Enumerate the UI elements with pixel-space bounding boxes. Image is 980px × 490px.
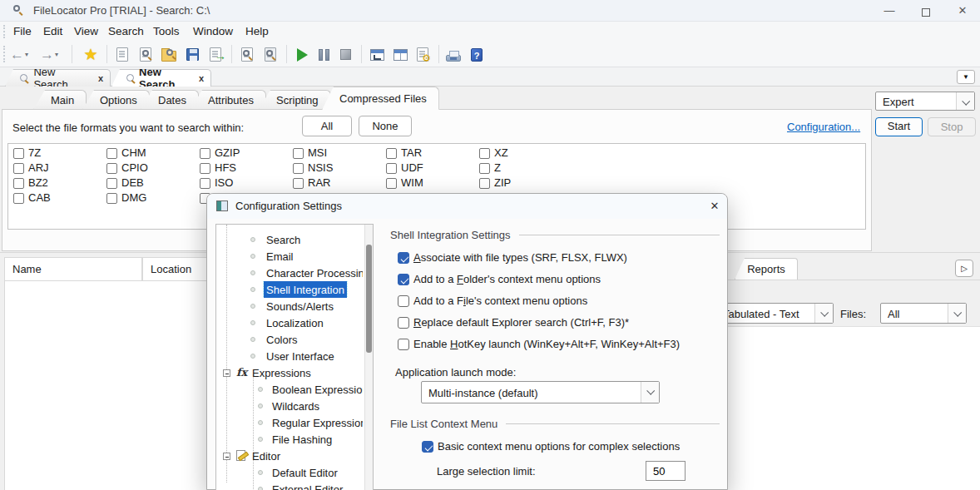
checkbox-iso[interactable]	[200, 178, 210, 189]
checkbox-tar[interactable]	[386, 148, 397, 159]
tree-item-expressions[interactable]: fxExpressions	[216, 364, 363, 381]
report-format-combo[interactable]: Tabulated - Text	[715, 303, 834, 324]
menu-view[interactable]: View	[71, 24, 101, 39]
tree-item-regular-expressions[interactable]: Regular Expressions	[216, 414, 363, 431]
chevron-down-icon[interactable]	[641, 382, 659, 403]
checkbox-cpio[interactable]	[106, 163, 117, 174]
tab-attributes[interactable]: Attributes	[191, 90, 266, 110]
search-tab-2-active[interactable]: New Search x	[111, 69, 211, 87]
folder-context-menu-checkbox[interactable]	[398, 274, 409, 285]
tree-item-file-hashing[interactable]: File Hashing	[216, 431, 363, 448]
maximize-button[interactable]	[912, 2, 940, 20]
help-button[interactable]: ?	[466, 44, 488, 65]
configuration-link[interactable]: Configuration...	[787, 121, 860, 133]
checkbox-dmg[interactable]	[106, 193, 117, 204]
checkbox-arj[interactable]	[13, 163, 24, 174]
stop-search-toolbar-button[interactable]	[334, 44, 356, 65]
tree-item-editor[interactable]: Editor	[216, 448, 363, 464]
open-search-criteria-button[interactable]	[135, 44, 156, 65]
checkbox-bz2[interactable]	[13, 178, 24, 189]
checkbox-hfs[interactable]	[200, 163, 210, 174]
tab-compressed-files[interactable]: Compressed Files	[322, 87, 439, 110]
checkbox-cab[interactable]	[13, 193, 24, 204]
checkbox-7z[interactable]	[13, 148, 24, 159]
open-button[interactable]	[158, 44, 180, 65]
save-button[interactable]	[181, 44, 203, 65]
dialog-close-icon[interactable]: ✕	[706, 199, 723, 214]
tab-options[interactable]: Options	[82, 90, 150, 110]
tree-item-external-editor[interactable]: External Editor	[216, 481, 363, 490]
large-selection-limit-input[interactable]	[646, 461, 686, 481]
view-search-text-button[interactable]	[236, 44, 258, 65]
basic-context-menu-checkbox[interactable]	[422, 441, 433, 453]
all-button[interactable]: All	[302, 116, 352, 136]
split-view-button[interactable]	[389, 44, 411, 65]
export-button[interactable]: →	[205, 44, 226, 65]
menu-tools[interactable]: Tools	[150, 24, 183, 39]
favorites-button[interactable]: ★	[80, 44, 101, 65]
checkbox-msi[interactable]	[293, 148, 304, 159]
print-button[interactable]	[443, 44, 464, 65]
results-list[interactable]	[4, 281, 206, 490]
tree-item-character-processing[interactable]: Character Processing	[216, 265, 363, 281]
tree-scrollbar[interactable]	[364, 225, 373, 490]
file-context-menu-checkbox[interactable]	[398, 295, 409, 307]
tree-item-email[interactable]: Email	[216, 248, 363, 265]
checkbox-deb[interactable]	[106, 178, 117, 189]
associate-file-types-checkbox[interactable]	[398, 252, 409, 264]
forward-button[interactable]: →▾	[38, 44, 60, 65]
close-button[interactable]: ✕	[948, 2, 977, 20]
back-button[interactable]: ←▾	[8, 44, 30, 65]
tab-list-dropdown-button[interactable]: ▼	[957, 70, 975, 84]
goto-window-button[interactable]	[366, 44, 388, 65]
files-filter-combo[interactable]: All	[880, 303, 967, 324]
search-tab-close-icon[interactable]: x	[199, 73, 204, 83]
checkbox-chm[interactable]	[106, 148, 117, 159]
tree-item-boolean-expressions[interactable]: Boolean Expressions	[216, 381, 363, 398]
tree-item-colors[interactable]: Colors	[216, 331, 363, 348]
menu-edit[interactable]: Edit	[40, 24, 66, 39]
tab-main[interactable]: Main	[33, 90, 87, 110]
pause-search-toolbar-button[interactable]	[313, 44, 334, 65]
tree-item-sounds-alerts[interactable]: Sounds/Alerts	[216, 298, 363, 314]
replace-explorer-search-checkbox[interactable]	[398, 317, 409, 329]
search-tab-close-icon[interactable]: x	[98, 73, 103, 83]
checkbox-gzip[interactable]	[200, 148, 210, 159]
reports-scroll-right-button[interactable]: ▷	[955, 260, 973, 277]
tree-scrollbar-thumb[interactable]	[366, 245, 372, 353]
tree-item-default-editor[interactable]: Default Editor	[216, 464, 363, 481]
view-search-hex-button[interactable]	[260, 44, 281, 65]
hotkey-launch-checkbox[interactable]	[398, 339, 409, 350]
launch-mode-combo[interactable]: Multi-instance (default)	[421, 381, 660, 403]
tree-item-wildcards[interactable]: Wildcards	[216, 398, 363, 414]
checkbox-zip[interactable]	[479, 178, 490, 189]
column-header-name[interactable]: Name	[4, 257, 142, 281]
start-search-toolbar-button[interactable]	[291, 44, 313, 65]
menu-search[interactable]: Search	[105, 24, 147, 39]
checkbox-rar[interactable]	[293, 178, 304, 189]
collapse-icon[interactable]	[223, 369, 230, 377]
checkbox-wim[interactable]	[386, 178, 397, 189]
checkbox-nsis[interactable]	[293, 163, 304, 174]
search-tab-1[interactable]: New Search x	[5, 69, 111, 87]
new-search-button[interactable]	[111, 44, 133, 65]
chevron-down-icon[interactable]	[814, 304, 833, 323]
tree-item-user-interface[interactable]: User Interface	[216, 348, 363, 364]
search-mode-combo[interactable]: Expert	[875, 92, 975, 111]
tab-scripting[interactable]: Scripting	[259, 90, 331, 110]
menu-window[interactable]: Window	[190, 24, 236, 39]
checkbox-xz[interactable]	[479, 148, 490, 159]
tree-item-search[interactable]: Search	[216, 231, 363, 248]
chevron-down-icon[interactable]	[956, 92, 974, 110]
stop-button[interactable]: Stop	[928, 117, 976, 136]
menu-help[interactable]: Help	[242, 24, 272, 39]
checkbox-udf[interactable]	[386, 163, 397, 174]
collapse-icon[interactable]	[223, 453, 230, 460]
tab-reports[interactable]: Reports	[735, 258, 798, 280]
none-button[interactable]: None	[359, 116, 412, 136]
chevron-down-icon[interactable]	[948, 304, 966, 323]
checkbox-z[interactable]	[479, 163, 490, 174]
menu-file[interactable]: File	[10, 24, 35, 39]
tree-item-shell-integration[interactable]: Shell Integration	[216, 281, 363, 298]
report-options-button[interactable]: ⚙	[412, 44, 433, 65]
